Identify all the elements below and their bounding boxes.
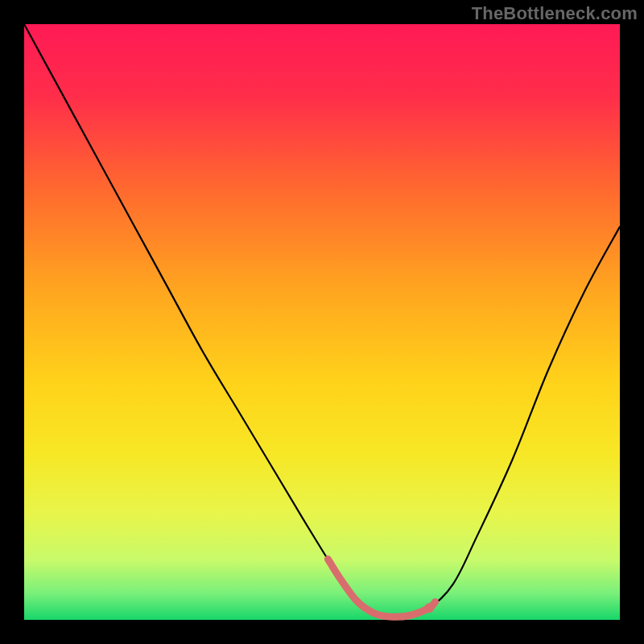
watermark-text: TheBottleneck.com — [472, 3, 638, 24]
plot-background — [24, 24, 620, 620]
bottleneck-joint-dot — [424, 603, 434, 613]
chart-frame: TheBottleneck.com — [0, 0, 644, 644]
bottleneck-chart-svg — [0, 0, 644, 644]
